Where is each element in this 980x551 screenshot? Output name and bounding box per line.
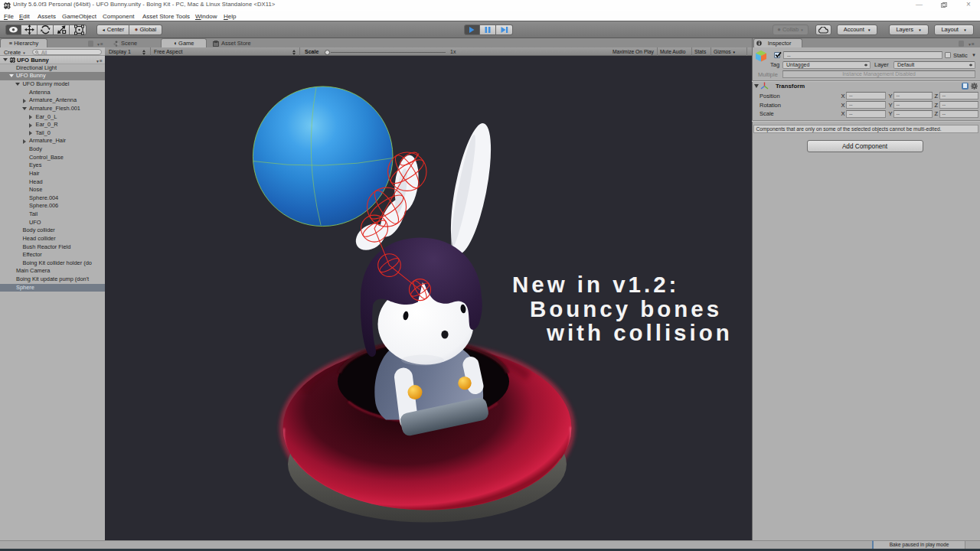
svg-text:with collision: with collision [546, 320, 733, 345]
svg-text:New in v1.2:: New in v1.2: [512, 272, 679, 297]
svg-text:Bouncy bones: Bouncy bones [530, 296, 722, 321]
